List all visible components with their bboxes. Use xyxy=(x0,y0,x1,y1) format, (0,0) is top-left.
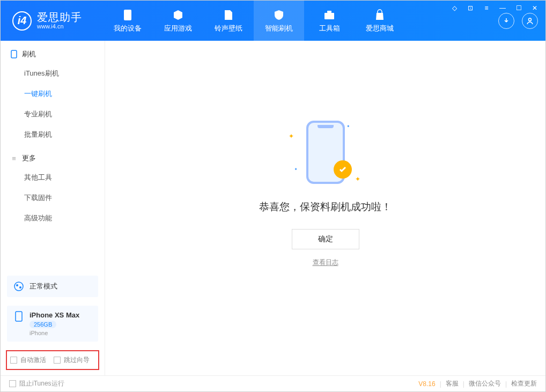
device-icon xyxy=(13,311,24,322)
tab-label: 爱思商城 xyxy=(366,24,394,33)
app-subtitle: www.i4.cn xyxy=(37,23,82,29)
tab-label: 应用游戏 xyxy=(164,24,192,33)
bag-icon xyxy=(373,9,386,21)
success-illustration: ✦ • • ✦ xyxy=(285,117,366,187)
link-support[interactable]: 客服 xyxy=(446,379,459,388)
sidebar-section-flash: 刷机 xyxy=(1,41,105,63)
mode-icon xyxy=(13,281,24,292)
svg-point-7 xyxy=(19,286,21,289)
checkbox-icon xyxy=(9,380,16,387)
close-button[interactable]: ✕ xyxy=(529,3,541,13)
svg-rect-0 xyxy=(124,10,131,20)
shield-refresh-icon xyxy=(272,9,285,21)
tab-ringtone-wallpaper[interactable]: 铃声壁纸 xyxy=(203,1,254,41)
checkbox-label: 自动激活 xyxy=(20,356,46,365)
sidebar-section-more: ≡ 更多 xyxy=(1,145,105,167)
sidebar-item-itunes-flash[interactable]: iTunes刷机 xyxy=(1,63,105,84)
flash-options-highlight: 自动激活 跳过向导 xyxy=(6,350,99,370)
list-icon: ≡ xyxy=(10,154,18,162)
checkbox-icon xyxy=(54,357,61,364)
tab-label: 智能刷机 xyxy=(265,24,293,33)
svg-rect-8 xyxy=(16,312,22,321)
device-type: iPhone xyxy=(29,330,79,336)
tab-toolbox[interactable]: 工具箱 xyxy=(304,1,355,41)
svg-point-6 xyxy=(16,284,18,286)
main-content: ✦ • • ✦ 恭喜您，保资料刷机成功啦！ 确定 查看日志 xyxy=(105,41,545,375)
music-file-icon xyxy=(222,9,235,21)
tab-label: 铃声壁纸 xyxy=(215,24,242,33)
mode-card[interactable]: 正常模式 xyxy=(7,276,98,297)
svg-rect-4 xyxy=(11,50,17,58)
svg-point-5 xyxy=(14,282,23,291)
app-logo-icon: i4 xyxy=(12,11,32,31)
link-wechat[interactable]: 微信公众号 xyxy=(469,379,501,388)
sparkle-icon: ✦ xyxy=(289,132,294,140)
section-title: 刷机 xyxy=(22,49,36,59)
maximize-button[interactable]: ☐ xyxy=(513,3,525,13)
device-name: iPhone XS Max xyxy=(29,311,79,319)
checkbox-auto-activate[interactable]: 自动激活 xyxy=(10,356,46,365)
success-message: 恭喜您，保资料刷机成功啦！ xyxy=(259,200,392,214)
device-storage-badge: 256GB xyxy=(29,321,56,328)
sidebar-item-oneclick-flash[interactable]: 一键刷机 xyxy=(1,84,105,104)
checkbox-label: 跳过向导 xyxy=(64,356,90,365)
sidebar-item-advanced[interactable]: 高级功能 xyxy=(1,208,105,228)
check-badge-icon xyxy=(334,160,352,179)
checkbox-icon xyxy=(10,357,17,364)
sidebar: 刷机 iTunes刷机 一键刷机 专业刷机 批量刷机 ≡ 更多 其他工具 下载固… xyxy=(1,41,105,375)
separator: | xyxy=(505,380,507,388)
app-header: i4 爱思助手 www.i4.cn 我的设备 应用游戏 铃声壁纸 智能刷机 工具… xyxy=(1,1,545,41)
toolbox-icon xyxy=(323,9,336,21)
version-label: V8.16 xyxy=(418,380,435,388)
sparkle-icon: • xyxy=(295,166,297,173)
menu-icon[interactable]: ≡ xyxy=(481,3,492,13)
svg-rect-2 xyxy=(327,11,331,13)
app-title: 爱思助手 xyxy=(37,11,82,23)
feedback-icon[interactable]: ⊡ xyxy=(464,3,476,13)
phone-icon xyxy=(121,9,134,21)
sidebar-item-batch-flash[interactable]: 批量刷机 xyxy=(1,124,105,145)
checkbox-skip-guide[interactable]: 跳过向导 xyxy=(54,356,90,365)
section-title: 更多 xyxy=(22,153,36,163)
status-bar: 阻止iTunes运行 V8.16 | 客服 | 微信公众号 | 检查更新 xyxy=(1,375,545,391)
tab-label: 工具箱 xyxy=(319,24,340,33)
logo-block: i4 爱思助手 www.i4.cn xyxy=(1,11,102,31)
tab-smart-flash[interactable]: 智能刷机 xyxy=(254,1,304,41)
skin-icon[interactable]: ◇ xyxy=(448,3,460,13)
tab-label: 我的设备 xyxy=(114,24,142,33)
separator: | xyxy=(463,380,464,388)
mode-label: 正常模式 xyxy=(29,282,57,291)
separator: | xyxy=(440,380,441,388)
account-button[interactable] xyxy=(522,13,538,29)
svg-rect-1 xyxy=(324,13,334,19)
download-button[interactable] xyxy=(498,13,514,29)
svg-point-3 xyxy=(529,18,532,21)
cube-icon xyxy=(172,9,185,21)
view-log-link[interactable]: 查看日志 xyxy=(313,258,338,267)
phone-outline-icon xyxy=(10,50,18,58)
tab-my-device[interactable]: 我的设备 xyxy=(102,1,153,41)
sparkle-icon: ✦ xyxy=(355,175,360,183)
device-card[interactable]: iPhone XS Max 256GB iPhone xyxy=(7,306,98,342)
minimize-button[interactable]: — xyxy=(497,3,508,13)
window-controls: ◇ ⊡ ≡ — ☐ ✕ xyxy=(448,3,541,13)
tab-store[interactable]: 爱思商城 xyxy=(355,1,405,41)
sidebar-item-other-tools[interactable]: 其他工具 xyxy=(1,167,105,188)
sparkle-icon: • xyxy=(347,123,349,130)
nav-tabs: 我的设备 应用游戏 铃声壁纸 智能刷机 工具箱 爱思商城 xyxy=(102,1,405,41)
ok-button[interactable]: 确定 xyxy=(292,229,359,249)
checkbox-label: 阻止iTunes运行 xyxy=(19,379,64,388)
sidebar-item-download-firmware[interactable]: 下载固件 xyxy=(1,188,105,208)
checkbox-block-itunes[interactable]: 阻止iTunes运行 xyxy=(9,379,64,388)
link-check-update[interactable]: 检查更新 xyxy=(511,379,537,388)
sidebar-item-pro-flash[interactable]: 专业刷机 xyxy=(1,104,105,124)
tab-apps-games[interactable]: 应用游戏 xyxy=(153,1,203,41)
